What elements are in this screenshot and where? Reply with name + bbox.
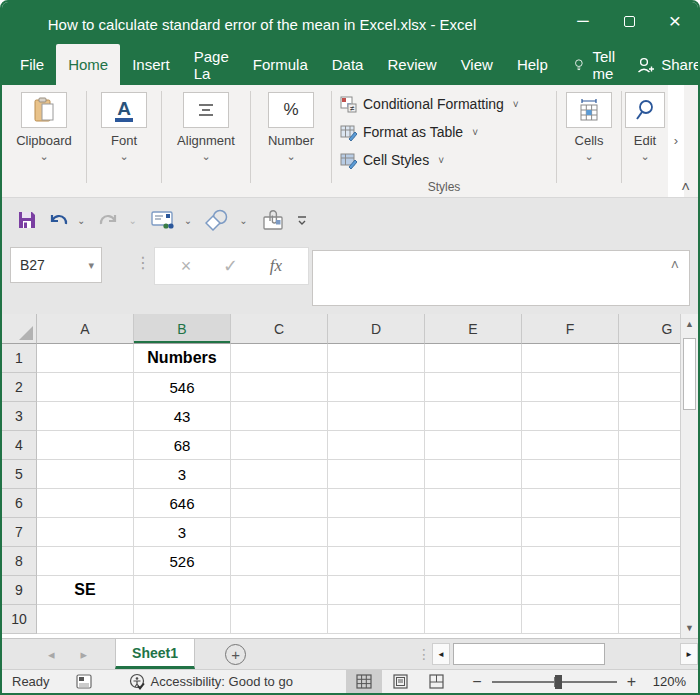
horizontal-scrollbar[interactable]: ◄ [432,643,676,665]
cell-A10[interactable] [37,605,134,634]
shapes-dropdown-chevron-icon[interactable]: ⌄ [239,215,247,226]
minimize-button[interactable]: ─ [560,2,606,40]
conditional-formatting-button[interactable]: ≠ Conditional Formatting ˅ [340,90,556,118]
row-header-4[interactable]: 4 [2,431,37,460]
customize-qat-button[interactable] [292,206,312,234]
formula-bar-input[interactable]: ˄ [312,250,690,306]
cell-E2[interactable] [425,373,522,402]
maximize-button[interactable] [606,2,652,40]
column-header-F[interactable]: F [522,314,619,344]
cell-B4[interactable]: 68 [134,431,231,460]
cell-E5[interactable] [425,460,522,489]
tab-formulas[interactable]: Formula [241,44,320,85]
cell-C2[interactable] [231,373,328,402]
save-button[interactable] [14,206,40,234]
previous-sheet-icon[interactable]: ◂ [48,647,55,662]
row-header-6[interactable]: 6 [2,489,37,518]
tab-file[interactable]: File [8,44,56,85]
scroll-right-icon[interactable]: ► [680,643,698,665]
tab-page-layout[interactable]: Page La [182,44,241,85]
cell-E6[interactable] [425,489,522,518]
scroll-up-icon[interactable]: ▲ [681,314,698,334]
add-sheet-button[interactable]: + [225,644,246,665]
cell-F2[interactable] [522,373,619,402]
scroll-down-icon[interactable]: ▼ [681,618,698,638]
cell-C5[interactable] [231,460,328,489]
row-header-8[interactable]: 8 [2,547,37,576]
accessibility-status[interactable]: Accessibility: Good to go [128,673,293,690]
cell-D3[interactable] [328,402,425,431]
cell-F4[interactable] [522,431,619,460]
redo-dropdown-chevron-icon[interactable]: ⌄ [128,215,136,226]
close-button[interactable]: × [652,2,698,40]
email-dropdown-chevron-icon[interactable]: ⌄ [184,215,192,226]
cell-F7[interactable] [522,518,619,547]
name-box-dropdown-icon[interactable]: ▾ [88,259,94,272]
cell-E10[interactable] [425,605,522,634]
email-contact-button[interactable] [147,206,179,234]
cell-F9[interactable] [522,576,619,605]
cell-D1[interactable] [328,344,425,373]
cell-A7[interactable] [37,518,134,547]
clipboard-group-button[interactable]: Clipboard ⌄ [2,85,86,197]
cell-D4[interactable] [328,431,425,460]
normal-view-button[interactable] [346,670,382,694]
tab-splitter-dots-icon[interactable]: ⋮ [417,646,431,662]
zoom-in-icon[interactable]: + [627,673,636,691]
redo-button[interactable] [95,206,123,234]
tab-insert[interactable]: Insert [120,44,182,85]
scroll-left-icon[interactable]: ◄ [432,643,450,665]
column-header-C[interactable]: C [231,314,328,344]
horizontal-scrollbar-thumb[interactable] [453,643,605,665]
column-header-D[interactable]: D [328,314,425,344]
tab-help[interactable]: Help [505,44,560,85]
cell-B6[interactable]: 646 [134,489,231,518]
cell-B9[interactable] [134,576,231,605]
cell-A2[interactable] [37,373,134,402]
cell-A1[interactable] [37,344,134,373]
cell-B3[interactable]: 43 [134,402,231,431]
format-as-table-button[interactable]: Format as Table ˅ [340,118,556,146]
cell-F6[interactable] [522,489,619,518]
insert-function-icon[interactable]: fx [270,256,282,276]
cell-C6[interactable] [231,489,328,518]
undo-dropdown-chevron-icon[interactable]: ⌄ [77,215,85,226]
cell-styles-button[interactable]: Cell Styles ˅ [340,146,556,174]
cell-E3[interactable] [425,402,522,431]
column-header-B[interactable]: B [134,314,231,344]
cell-E9[interactable] [425,576,522,605]
cell-F10[interactable] [522,605,619,634]
vertical-scrollbar-thumb[interactable] [683,338,696,410]
cell-F8[interactable] [522,547,619,576]
select-all-button[interactable] [2,314,37,344]
tab-data[interactable]: Data [320,44,376,85]
cell-D7[interactable] [328,518,425,547]
row-header-10[interactable]: 10 [2,605,37,634]
page-layout-view-button[interactable] [382,670,418,694]
cell-D9[interactable] [328,576,425,605]
cell-D6[interactable] [328,489,425,518]
cell-D5[interactable] [328,460,425,489]
cell-C4[interactable] [231,431,328,460]
column-header-E[interactable]: E [425,314,522,344]
cell-E7[interactable] [425,518,522,547]
sheet-tab-sheet1[interactable]: Sheet1 [115,639,195,669]
row-header-1[interactable]: 1 [2,344,37,373]
cell-F3[interactable] [522,402,619,431]
cell-C8[interactable] [231,547,328,576]
number-group-button[interactable]: % Number ⌄ [251,85,331,197]
cell-A3[interactable] [37,402,134,431]
zoom-level-label[interactable]: 120% [646,674,686,689]
cells-group-button[interactable]: Cells ⌄ [557,85,621,197]
cell-B1[interactable]: Numbers [134,344,231,373]
cell-C7[interactable] [231,518,328,547]
column-header-A[interactable]: A [37,314,134,344]
cell-B2[interactable]: 546 [134,373,231,402]
cell-B7[interactable]: 3 [134,518,231,547]
cell-D8[interactable] [328,547,425,576]
undo-button[interactable] [44,206,72,234]
editing-group-button[interactable]: Edit ⌄ [622,85,668,197]
cell-C10[interactable] [231,605,328,634]
cancel-icon[interactable]: × [181,256,192,277]
zoom-out-icon[interactable]: − [472,673,481,691]
